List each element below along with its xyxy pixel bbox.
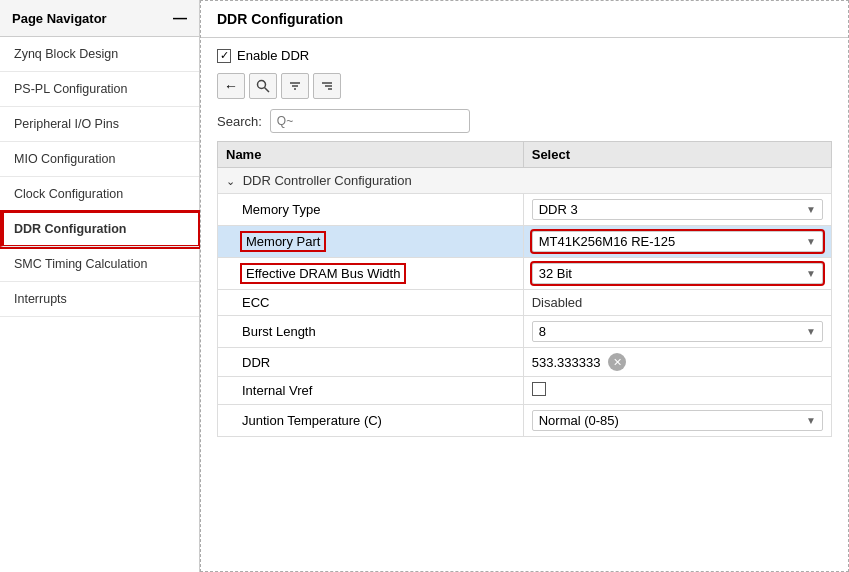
table-row-ddr: DDR 533.333333 ✕ [218,348,832,377]
table-row-dram-bus-width: Effective DRAM Bus Width 3 32 Bit ▼ [218,258,832,290]
row-name-memory-part: Memory Part 2 [218,226,524,258]
row-select-burst-length[interactable]: 8 ▼ [523,316,831,348]
sidebar-item-label: Zynq Block Design [14,47,118,61]
row-name-burst-length: Burst Length [218,316,524,348]
sidebar-item-ddr[interactable]: DDR Configuration [0,212,199,247]
col-name-header: Name [218,142,524,168]
main-panel: DDR Configuration ✓ Enable DDR ← [200,0,849,572]
row-name-junction-temp: Juntion Temperature (C) [218,405,524,437]
svg-line-1 [265,88,270,93]
filter-icon [288,79,302,93]
memory-type-select[interactable]: DDR 3 ▼ [532,199,823,220]
dram-bus-width-select[interactable]: 32 Bit ▼ [532,263,823,284]
enable-ddr-label: Enable DDR [237,48,309,63]
table-row-junction-temp: Juntion Temperature (C) Normal (0-85) ▼ [218,405,832,437]
ddr-value-container: 533.333333 ✕ [532,353,823,371]
filter-button[interactable] [281,73,309,99]
table-row-internal-vref: Internal Vref [218,377,832,405]
enable-ddr-checkbox[interactable]: ✓ [217,49,231,63]
sidebar-item-peripheral[interactable]: Peripheral I/O Pins [0,107,199,142]
row-name-ecc: ECC [218,290,524,316]
memory-part-select[interactable]: MT41K256M16 RE-125 ▼ [532,231,823,252]
sort-icon [320,79,334,93]
enable-ddr-row: ✓ Enable DDR [217,48,832,63]
main-body: ✓ Enable DDR ← [201,38,848,571]
row-select-junction-temp[interactable]: Normal (0-85) ▼ [523,405,831,437]
sidebar-item-label: Clock Configuration [14,187,123,201]
sidebar-item-mio[interactable]: MIO Configuration [0,142,199,177]
sidebar-item-label: SMC Timing Calculation [14,257,147,271]
chevron-right-icon: ⌄ [226,175,235,187]
search-button[interactable] [249,73,277,99]
row-name-internal-vref: Internal Vref [218,377,524,405]
chevron-down-icon: ▼ [806,415,816,426]
internal-vref-checkbox[interactable] [532,382,546,396]
search-input[interactable] [270,109,470,133]
sidebar-item-clock[interactable]: Clock Configuration [0,177,199,212]
sidebar-item-smc[interactable]: SMC Timing Calculation [0,247,199,282]
chevron-down-icon: ▼ [806,236,816,247]
row-select-memory-type[interactable]: DDR 3 ▼ [523,194,831,226]
table-row-memory-type: Memory Type DDR 3 ▼ [218,194,832,226]
ddr-clear-button[interactable]: ✕ [608,353,626,371]
section-header-cell: ⌄ DDR Controller Configuration [218,168,832,194]
sidebar: Page Navigator — Zynq Block Design PS-PL… [0,0,200,572]
config-table: Name Select ⌄ DDR Controller Configurati… [217,141,832,437]
search-icon [256,79,270,93]
table-row-memory-part: Memory Part 2 MT41K256M16 RE-125 ▼ [218,226,832,258]
sort-button[interactable] [313,73,341,99]
sidebar-item-pspl[interactable]: PS-PL Configuration [0,72,199,107]
section-header-row: ⌄ DDR Controller Configuration [218,168,832,194]
burst-length-select[interactable]: 8 ▼ [532,321,823,342]
main-title: DDR Configuration [201,1,848,38]
chevron-down-icon: ▼ [806,268,816,279]
sidebar-item-zynq[interactable]: Zynq Block Design [0,37,199,72]
back-button[interactable]: ← [217,73,245,99]
junction-temp-select[interactable]: Normal (0-85) ▼ [532,410,823,431]
table-row-burst-length: Burst Length 8 ▼ [218,316,832,348]
search-label: Search: [217,114,262,129]
row-value-internal-vref[interactable] [523,377,831,405]
row-name-ddr: DDR [218,348,524,377]
chevron-down-icon: ▼ [806,326,816,337]
sidebar-item-label: Interrupts [14,292,67,306]
sidebar-title: Page Navigator [12,11,107,26]
sidebar-item-label: PS-PL Configuration [14,82,128,96]
row-name-memory-type: Memory Type [218,194,524,226]
svg-point-0 [258,81,266,89]
col-select-header: Select [523,142,831,168]
toolbar: ← [217,73,832,99]
table-row-ecc: ECC Disabled [218,290,832,316]
collapse-icon[interactable]: — [173,10,187,26]
row-select-memory-part[interactable]: MT41K256M16 RE-125 ▼ [523,226,831,258]
sidebar-item-interrupts[interactable]: Interrupts [0,282,199,317]
sidebar-item-label: MIO Configuration [14,152,115,166]
row-value-ddr[interactable]: 533.333333 ✕ [523,348,831,377]
row-name-dram-bus-width: Effective DRAM Bus Width 3 [218,258,524,290]
sidebar-header: Page Navigator — [0,0,199,37]
sidebar-item-label: Peripheral I/O Pins [14,117,119,131]
row-select-dram-bus-width[interactable]: 32 Bit ▼ [523,258,831,290]
row-value-ecc: Disabled [523,290,831,316]
search-row: Search: [217,109,832,133]
sidebar-item-label: DDR Configuration [14,222,126,236]
chevron-down-icon: ▼ [806,204,816,215]
